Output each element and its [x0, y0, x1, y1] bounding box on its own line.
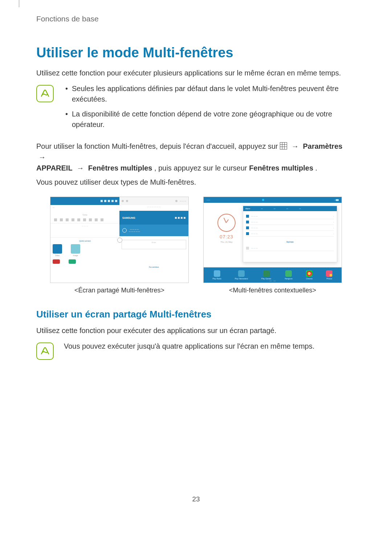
two-types-paragraph: Vous pouvez utiliser deux types de Multi… — [36, 177, 356, 188]
instr-lead: Pour utiliser la fonction Multi-fenêtres… — [36, 142, 280, 150]
apps-grid-icon — [280, 142, 287, 149]
instr-appareil: APPAREIL — [36, 164, 73, 172]
fig2-time: 07:23 — [210, 234, 243, 239]
fig2-date: Thu, 21 May — [210, 241, 243, 243]
figures-row: ― Today ― ― ― Quick connect Video Image — [36, 197, 356, 294]
fig2-no-items: No items — [243, 241, 337, 243]
note-block-2: Vous pouvez exécuter jusqu'à quatre appl… — [36, 341, 356, 360]
note1-item-1: La disponibilité de cette fonction dépen… — [72, 109, 356, 130]
arrow-2: → — [38, 153, 46, 161]
note-block-1: Seules les applications définies par déf… — [36, 83, 356, 134]
split-handle-icon — [117, 238, 122, 243]
instr-param: Paramètres — [303, 142, 342, 150]
intro-paragraph: Utilisez cette fonction pour exécuter pl… — [36, 68, 356, 78]
note1-item-0: Seules les applications définies par déf… — [72, 83, 356, 104]
arrow-1: → — [291, 142, 301, 150]
instr-fm2: Fenêtres multiples — [249, 164, 313, 172]
note-icon — [36, 85, 54, 102]
instr-end: . — [315, 164, 318, 172]
section-subtitle: Utiliser un écran partagé Multi-fenêtres — [36, 309, 356, 320]
page-number: 23 — [0, 495, 392, 503]
instr-mid: , puis appuyez sur le curseur — [154, 164, 249, 172]
clock-icon — [217, 214, 236, 232]
instruction-paragraph: Pour utiliser la fonction Multi-fenêtres… — [36, 141, 356, 173]
figure-popup-window: ――― 07:23 Thu, 21 May Alarm―――― ― ― ―› ―… — [203, 197, 342, 283]
page-title: Utiliser le mode Multi-fenêtres — [36, 45, 356, 61]
note-icon — [36, 342, 54, 360]
caption-right: <Multi-fenêtres contextuelles> — [203, 287, 342, 294]
section-header: Fonctions de base — [36, 15, 356, 23]
note2-text: Vous pouvez exécuter jusqu'à quatre appl… — [64, 341, 356, 352]
page-corner-rule — [19, 0, 19, 7]
p2: Utilisez cette fonction pour exécuter de… — [36, 325, 356, 336]
figure-split-screen: ― Today ― ― ― Quick connect Video Image — [50, 197, 189, 283]
arrow-3: → — [77, 164, 86, 172]
caption-left: <Écran partagé Multi-fenêtres> — [50, 287, 189, 294]
instr-fm1: Fenêtres multiples — [88, 164, 152, 172]
